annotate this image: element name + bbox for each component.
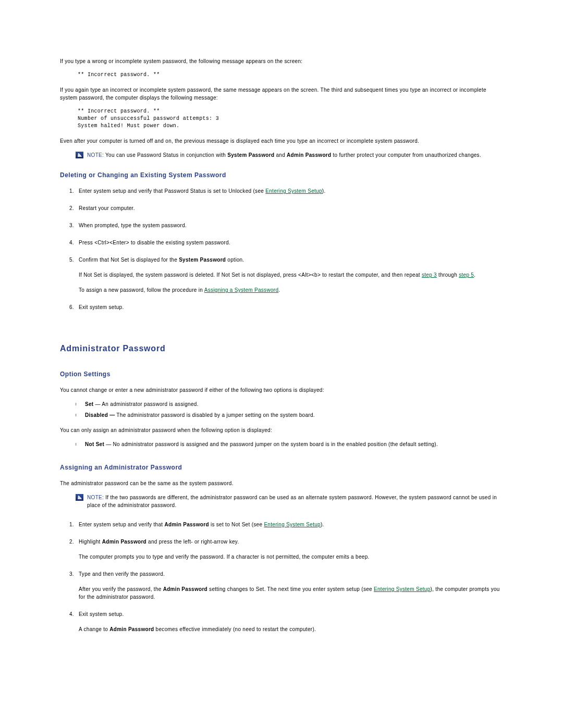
heading-administrator-password: Administrator Password <box>60 342 503 355</box>
step-5-p2: To assign a new password, follow the pro… <box>79 286 503 294</box>
option-disabled-text: The administrator password is disabled b… <box>115 412 314 418</box>
a-step-4: Exit system setup. A change to Admin Pas… <box>76 610 503 633</box>
a-step-4-p-a: A change to <box>79 626 109 632</box>
a-step-2: Highlight Admin Password and press the l… <box>76 538 503 561</box>
note-label: NOTE: <box>87 495 104 500</box>
step-1-text-b: ). <box>322 188 326 194</box>
option-disabled: Disabled — The administrator password is… <box>76 411 503 419</box>
intro-paragraph-2: If you again type an incorrect or incomp… <box>60 86 503 102</box>
link-entering-system-setup-3[interactable]: Entering System Setup <box>374 586 431 592</box>
assign-admin-steps: Enter system setup and verify that Admin… <box>60 521 503 633</box>
note-body: NOTE: If the two passwords are different… <box>87 493 500 509</box>
step-1: Enter system setup and verify that Passw… <box>76 187 503 195</box>
a-step-3-text: Type and then verify the password. <box>79 571 165 577</box>
step-5: Confirm that Not Set is displayed for th… <box>76 256 503 294</box>
note-body: NOTE: You can use Password Status in con… <box>87 151 500 159</box>
delete-change-steps: Enter system setup and verify that Passw… <box>60 187 503 311</box>
note-bold-2: Admin Password <box>287 152 331 158</box>
note-text: If the two passwords are different, the … <box>87 495 497 508</box>
incorrect-password-msg-2: ** Incorrect password. ** Number of unsu… <box>78 108 503 130</box>
step-5-p1-b: through <box>437 272 459 278</box>
link-assigning-system-password[interactable]: Assigning a System Password <box>204 287 279 293</box>
a-step-3: Type and then verify the password. After… <box>76 570 503 601</box>
option-settings-list-1: Set — An administrator password is assig… <box>76 400 503 419</box>
a-step-1: Enter system setup and verify that Admin… <box>76 521 503 528</box>
note-alternate-password: NOTE: If the two passwords are different… <box>76 493 503 509</box>
step-2: Restart your computer. <box>76 204 503 212</box>
step-5-p2-b: . <box>278 287 280 293</box>
a-step-2-p: The computer prompts you to type and ver… <box>79 553 503 561</box>
step-5-text-b: option. <box>226 257 244 263</box>
a-step-3-p-b: setting changes to Set. The next time yo… <box>207 586 374 592</box>
option-set-text: — An administrator password is assigned. <box>93 401 198 407</box>
step-5-p1-a: If Not Set is displayed, the system pass… <box>79 272 422 278</box>
option-settings-p2: You can only assign an administrator pas… <box>60 426 503 434</box>
step-5-p2-a: To assign a new password, follow the pro… <box>79 287 204 293</box>
intro-paragraph-1: If you type a wrong or incomplete system… <box>60 57 503 65</box>
option-not-set: Not Set — No administrator password is a… <box>76 440 503 448</box>
a-step-1-c: ). <box>321 522 324 527</box>
step-1-text-a: Enter system setup and verify that Passw… <box>79 188 265 194</box>
a-step-3-bold: Admin Password <box>163 586 207 592</box>
option-settings-p1: You cannot change or enter a new adminis… <box>60 386 503 394</box>
a-step-4-bold: Admin Password <box>109 626 154 632</box>
link-step-5[interactable]: step 5 <box>459 272 474 278</box>
option-settings-list-2: Not Set — No administrator password is a… <box>76 440 503 448</box>
step-5-p1: If Not Set is displayed, the system pass… <box>79 271 503 279</box>
a-step-2-a: Highlight <box>79 539 102 545</box>
link-step-3[interactable]: step 3 <box>422 272 437 278</box>
a-step-4-p-b: becomes effective immediately (no need t… <box>154 626 316 632</box>
option-not-set-bold: Not Set <box>85 441 104 447</box>
note-text-c: to further protect your computer from un… <box>331 152 481 158</box>
a-step-1-b: is set to Not Set (see <box>209 522 264 527</box>
a-step-2-b: and press the left- or right-arrow key. <box>146 539 239 545</box>
a-step-4-p: A change to Admin Password becomes effec… <box>79 625 503 633</box>
note-password-status: NOTE: You can use Password Status in con… <box>76 151 503 159</box>
note-icon <box>76 494 83 501</box>
incorrect-password-msg-1: ** Incorrect password. ** <box>78 71 503 79</box>
step-5-p1-c: . <box>474 272 475 278</box>
a-step-3-p-a: After you verify the password, the <box>79 586 163 592</box>
a-step-3-p: After you verify the password, the Admin… <box>79 585 503 601</box>
option-set: Set — An administrator password is assig… <box>76 400 503 408</box>
note-label: NOTE: <box>87 152 104 158</box>
a-step-1-bold: Admin Password <box>164 522 209 527</box>
intro-paragraph-3: Even after your computer is turned off a… <box>60 137 503 145</box>
option-disabled-bold: Disabled — <box>85 412 115 418</box>
step-5-text-a: Confirm that Not Set is displayed for th… <box>79 257 179 263</box>
link-entering-system-setup[interactable]: Entering System Setup <box>265 188 322 194</box>
heading-deleting-changing: Deleting or Changing an Existing System … <box>60 170 503 180</box>
option-set-bold: Set <box>85 401 93 407</box>
a-step-2-bold: Admin Password <box>102 539 146 545</box>
step-4: Press <Ctrl><Enter> to disable the exist… <box>76 239 503 246</box>
a-step-1-a: Enter system setup and verify that <box>79 522 164 527</box>
step-5-bold: System Password <box>179 257 226 263</box>
link-entering-system-setup-2[interactable]: Entering System Setup <box>264 522 321 527</box>
step-6: Exit system setup. <box>76 303 503 311</box>
heading-option-settings: Option Settings <box>60 369 503 379</box>
step-3: When prompted, type the system password. <box>76 221 503 229</box>
option-not-set-text: — No administrator password is assigned … <box>104 441 438 447</box>
note-icon <box>76 152 83 158</box>
heading-assigning-admin: Assigning an Administrator Password <box>60 463 503 472</box>
note-text-b: and <box>274 152 287 158</box>
note-text-a: You can use Password Status in conjuncti… <box>104 152 227 158</box>
note-bold-1: System Password <box>227 152 274 158</box>
a-step-4-text: Exit system setup. <box>79 611 124 617</box>
assigning-p1: The administrator password can be the sa… <box>60 479 503 487</box>
